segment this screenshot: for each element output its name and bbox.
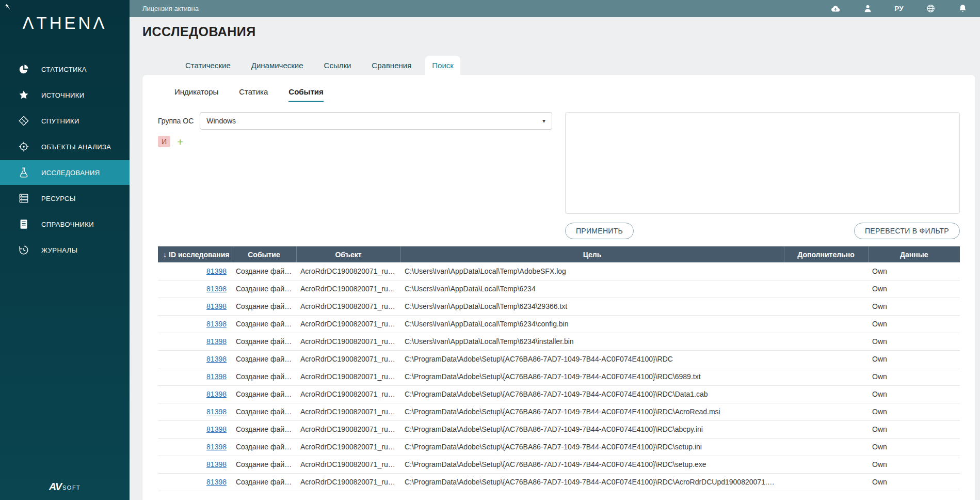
data-cell: Own: [868, 298, 960, 315]
search-subtabs: Индикаторы Статика События: [174, 87, 960, 102]
history-icon: [18, 244, 30, 256]
bell-icon[interactable]: [957, 4, 968, 14]
event-cell: Создание файла: [232, 456, 296, 473]
research-id-link[interactable]: 81398: [206, 320, 227, 328]
object-cell: AcroRdrDC1900820071_ru_...: [296, 473, 400, 491]
target-cell: C:\ProgramData\Adobe\Setup\{AC76BA86-7AD…: [400, 438, 784, 456]
data-cell: Own: [868, 368, 960, 385]
add-condition-button[interactable]: +: [177, 136, 183, 147]
os-group-select[interactable]: Windows ▾: [200, 112, 552, 130]
event-cell: Создание файла: [232, 473, 296, 491]
table-row: 81398 Создание файла AcroRdrDC1900820071…: [158, 262, 960, 280]
chevron-down-icon: ▾: [542, 117, 545, 124]
research-id-link[interactable]: 81398: [206, 355, 227, 363]
object-cell: AcroRdrDC1900820071_ru_...: [296, 280, 400, 298]
globe-icon[interactable]: [925, 4, 936, 14]
tab-dynamic[interactable]: Динамические: [245, 56, 310, 75]
operator-chip[interactable]: И: [158, 136, 170, 147]
column-header-extra[interactable]: Дополнительно: [784, 246, 868, 262]
object-cell: AcroRdrDC1900820071_ru_...: [296, 315, 400, 333]
research-id-cell: 81398: [158, 298, 232, 315]
research-id-cell: 81398: [158, 473, 232, 491]
sort-desc-icon: ↓: [163, 251, 167, 259]
cloud-upload-icon[interactable]: [830, 4, 841, 14]
column-header-target[interactable]: Цель: [400, 246, 784, 262]
research-id-link[interactable]: 81398: [206, 285, 227, 293]
avsoft-logo-soft: SOFT: [62, 485, 81, 491]
object-cell: AcroRdrDC1900820071_ru_...: [296, 385, 400, 403]
sidebar-item-resources[interactable]: РЕСУРСЫ: [0, 186, 130, 211]
column-header-event[interactable]: Событие: [232, 246, 296, 262]
extra-cell: [784, 438, 868, 456]
language-switcher[interactable]: РУ: [894, 5, 904, 12]
research-id-link[interactable]: 81398: [206, 302, 227, 310]
event-cell: Создание файла: [232, 403, 296, 420]
extra-cell: [784, 333, 868, 350]
research-id-link[interactable]: 81398: [206, 443, 227, 451]
subtab-statics[interactable]: Статика: [239, 87, 268, 102]
star-icon: [18, 89, 30, 101]
data-cell: Own: [868, 438, 960, 456]
extra-cell: [784, 368, 868, 385]
research-id-link[interactable]: 81398: [206, 460, 227, 468]
research-id-link[interactable]: 81398: [206, 390, 227, 398]
event-cell: Создание файла: [232, 280, 296, 298]
sidebar-item-label: ОБЪЕКТЫ АНАЛИЗА: [41, 143, 111, 151]
sidebar-item-satellites[interactable]: СПУТНИКИ: [0, 108, 130, 133]
tab-comparisons[interactable]: Сравнения: [365, 56, 418, 75]
table-row: 81398 Создание файла AcroRdrDC1900820071…: [158, 298, 960, 315]
research-id-link[interactable]: 81398: [206, 337, 227, 346]
to-filter-button[interactable]: ПЕРЕВЕСТИ В ФИЛЬТР: [854, 223, 960, 239]
sidebar-item-sources[interactable]: ИСТОЧНИКИ: [0, 83, 130, 107]
object-cell: AcroRdrDC1900820071_ru_...: [296, 403, 400, 420]
pin-sidebar-icon[interactable]: [4, 3, 12, 11]
research-id-link[interactable]: 81398: [206, 408, 227, 416]
subtab-indicators[interactable]: Индикаторы: [174, 87, 218, 102]
sidebar-item-label: ИСТОЧНИКИ: [41, 91, 84, 99]
avsoft-logo-av: AV: [49, 481, 61, 492]
column-header-id[interactable]: ↓ID исследования: [158, 246, 232, 262]
extra-cell: [784, 298, 868, 315]
tab-links[interactable]: Ссылки: [317, 56, 358, 75]
sidebar-item-investigations[interactable]: ИССЛЕДОВАНИЯ: [0, 160, 130, 185]
subtab-events[interactable]: События: [288, 87, 323, 102]
event-cell: Создание файла: [232, 420, 296, 438]
object-cell: AcroRdrDC1900820071_ru_...: [296, 420, 400, 438]
table-header-row: ↓ID исследования Событие Объект Цель Доп…: [158, 246, 960, 262]
apply-button[interactable]: ПРИМЕНИТЬ: [565, 223, 634, 239]
extra-cell: [784, 385, 868, 403]
target-cell: C:\Users\Ivan\AppData\Local\Temp\6234\co…: [400, 315, 784, 333]
research-id-link[interactable]: 81398: [206, 372, 227, 381]
data-cell: Own: [868, 315, 960, 333]
events-table: ↓ID исследования Событие Объект Цель Доп…: [158, 246, 960, 491]
sidebar-item-references[interactable]: СПРАВОЧНИКИ: [0, 212, 130, 237]
tab-search[interactable]: Поиск: [425, 56, 460, 75]
book-icon: [18, 218, 30, 230]
sidebar-item-analysis-objects[interactable]: ОБЪЕКТЫ АНАЛИЗА: [0, 134, 130, 159]
research-id-cell: 81398: [158, 262, 232, 280]
research-id-link[interactable]: 81398: [206, 267, 227, 275]
sidebar-item-statistics[interactable]: СТАТИСТИКА: [0, 57, 130, 82]
target-cell: C:\ProgramData\Adobe\Setup\{AC76BA86-7AD…: [400, 403, 784, 420]
sidebar-item-journals[interactable]: ЖУРНАЛЫ: [0, 238, 130, 262]
extra-cell: [784, 473, 868, 491]
target-cell: C:\ProgramData\Adobe\Setup\{AC76BA86-7AD…: [400, 456, 784, 473]
main-content: Лицензия активна РУ ИССЛЕДОВАНИЯ Статиче: [130, 0, 980, 500]
research-id-link[interactable]: 81398: [206, 425, 227, 433]
target-icon: [18, 140, 30, 153]
search-panel: Индикаторы Статика События Группа ОС Win…: [142, 75, 975, 500]
extra-cell: [784, 403, 868, 420]
event-cell: Создание файла: [232, 438, 296, 456]
research-id-cell: 81398: [158, 280, 232, 298]
tab-static[interactable]: Статические: [179, 56, 237, 75]
user-icon[interactable]: [862, 4, 873, 14]
column-header-object[interactable]: Объект: [296, 246, 400, 262]
extra-cell: [784, 280, 868, 298]
research-id-cell: 81398: [158, 385, 232, 403]
research-id-link[interactable]: 81398: [206, 478, 227, 486]
column-header-data[interactable]: Данные: [868, 246, 960, 262]
table-body: 81398 Создание файла AcroRdrDC1900820071…: [158, 262, 960, 491]
data-cell: Own: [868, 473, 960, 491]
target-cell: C:\ProgramData\Adobe\Setup\{AC76BA86-7AD…: [400, 420, 784, 438]
target-cell: C:\Users\Ivan\AppData\Local\Temp\AdobeSF…: [400, 262, 784, 280]
